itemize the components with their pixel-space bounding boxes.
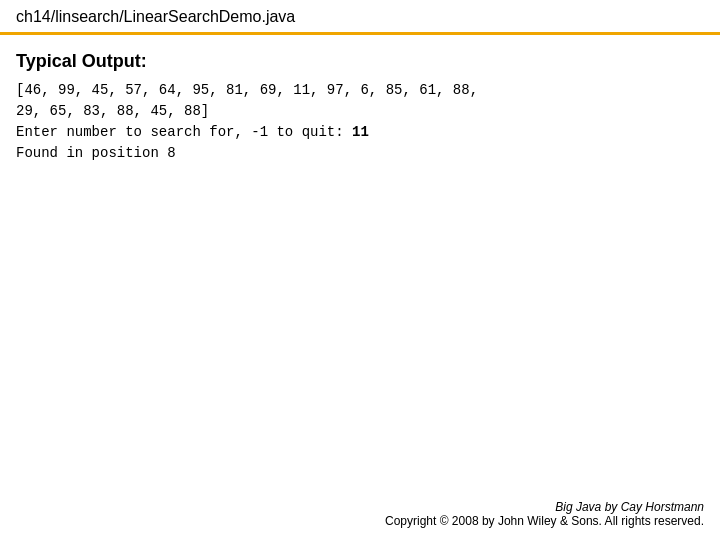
section-title: Typical Output: — [16, 51, 704, 72]
footer-by-text: by Cay Horstmann — [601, 500, 704, 514]
page-footer: Big Java by Cay Horstmann Copyright © 20… — [385, 500, 704, 528]
code-line-1: [46, 99, 45, 57, 64, 95, 81, 69, 11, 97,… — [16, 82, 478, 161]
highlighted-input: 11 — [352, 124, 369, 140]
code-output: [46, 99, 45, 57, 64, 95, 81, 69, 11, 97,… — [16, 80, 704, 164]
page-title: ch14/linsearch/LinearSearchDemo.java — [16, 8, 295, 25]
footer-book-line: Big Java by Cay Horstmann — [385, 500, 704, 514]
page-header: ch14/linsearch/LinearSearchDemo.java — [0, 0, 720, 35]
book-title: Big Java — [555, 500, 601, 514]
footer-copyright: Copyright © 2008 by John Wiley & Sons. A… — [385, 514, 704, 528]
main-content: Typical Output: [46, 99, 45, 57, 64, 95,… — [0, 35, 720, 180]
